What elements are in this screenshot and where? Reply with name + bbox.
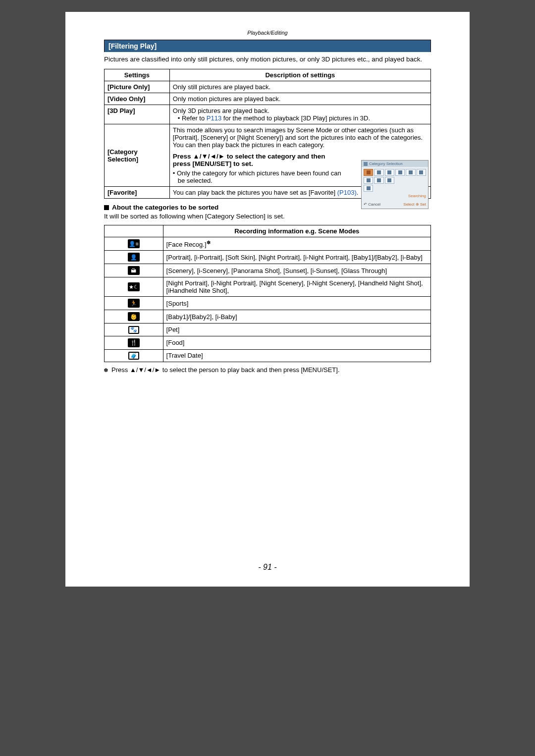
category-scenes: [Food] bbox=[163, 336, 430, 349]
instruction: Press ▲/▼/◄/► to select the category and… bbox=[173, 153, 341, 167]
th-icon bbox=[105, 225, 163, 237]
travel-icon: 🧳 bbox=[128, 352, 139, 360]
cancel-label: ↶ Cancel bbox=[364, 202, 380, 207]
text: Press bbox=[111, 366, 130, 374]
page-link[interactable]: (P103) bbox=[337, 189, 357, 196]
table-row: [Category Selection] This mode allows yo… bbox=[105, 124, 431, 187]
setting-desc: Only motion pictures are played back. bbox=[169, 93, 430, 105]
scenery-icon: 🏔 bbox=[128, 266, 140, 275]
category-scenes: [Face Recog.]✽ bbox=[163, 237, 430, 251]
setting-label: [Video Only] bbox=[105, 93, 170, 105]
text: . bbox=[357, 189, 359, 196]
category-scenes: [Baby1]/[Baby2], [i-Baby] bbox=[163, 310, 430, 324]
setting-label: [3D Play] bbox=[105, 105, 170, 124]
grid-cell bbox=[385, 169, 394, 176]
text: to select the person to play back and th… bbox=[160, 366, 339, 374]
category-scenes: [Night Portrait], [i-Night Portrait], [N… bbox=[163, 277, 430, 297]
table-row: 👤 [Portrait], [i-Portrait], [Soft Skin],… bbox=[105, 251, 431, 264]
table-row: 🐾 [Pet] bbox=[105, 324, 431, 336]
grid-cell bbox=[406, 169, 415, 176]
table-row: [Video Only] Only motion pictures are pl… bbox=[105, 93, 431, 105]
text: Press bbox=[173, 153, 193, 160]
category-scenes: [Travel Date] bbox=[163, 349, 430, 362]
text: This mode allows you to search images by… bbox=[173, 126, 428, 149]
text: for the method to playback [3D Play] pic… bbox=[221, 114, 370, 122]
category-selection-thumbnail: Category Selection bbox=[361, 160, 428, 209]
portrait-icon: 👤 bbox=[128, 253, 140, 262]
bullet-text: Only the category for which pictures hav… bbox=[173, 169, 341, 184]
th-settings: Settings bbox=[105, 69, 170, 81]
thumbnail-title: Category Selection bbox=[369, 162, 403, 166]
asterisk-icon: ✽ bbox=[104, 366, 108, 374]
category-scenes: [Pet] bbox=[163, 324, 430, 336]
grid-cell bbox=[374, 177, 383, 184]
settings-table: Settings Description of settings [Pictur… bbox=[104, 69, 431, 199]
table-row: 👤≡ [Face Recog.]✽ bbox=[105, 237, 431, 251]
grid-cell bbox=[364, 169, 373, 176]
setting-label: [Category Selection] bbox=[105, 124, 170, 187]
sports-icon: 🏃 bbox=[128, 299, 140, 308]
table-row: ★☾ [Night Portrait], [i-Night Portrait],… bbox=[105, 277, 431, 297]
searching-label: Searching bbox=[364, 193, 426, 199]
intro-text: Pictures are classified into only still … bbox=[104, 55, 431, 64]
table-row: 👶 [Baby1]/[Baby2], [i-Baby] bbox=[105, 310, 431, 324]
subsection-text: It will be sorted as following when [Cat… bbox=[104, 213, 431, 220]
setting-desc: Only 3D pictures are played back. Refer … bbox=[169, 105, 430, 124]
category-scenes: [Sports] bbox=[163, 297, 430, 310]
categories-table: Recording information e.g. Scene Modes 👤… bbox=[104, 225, 431, 362]
setting-label: [Picture Only] bbox=[105, 81, 170, 93]
baby-icon: 👶 bbox=[128, 312, 140, 321]
table-row: 🧳 [Travel Date] bbox=[105, 349, 431, 362]
footnote: ✽ Press ▲/▼/◄/► to select the person to … bbox=[104, 366, 431, 374]
table-row: 🍴 [Food] bbox=[105, 336, 431, 349]
table-row: 🏃 [Sports] bbox=[105, 297, 431, 310]
square-bullet-icon bbox=[104, 205, 109, 210]
setting-desc: This mode allows you to search images by… bbox=[169, 124, 430, 187]
category-scenes: [Scenery], [i-Scenery], [Panorama Shot],… bbox=[163, 264, 430, 277]
grid-cell bbox=[417, 169, 426, 176]
section-heading: [Filtering Play] bbox=[104, 40, 431, 52]
face-recog-icon: 👤≡ bbox=[128, 239, 140, 248]
night-icon: ★☾ bbox=[128, 282, 140, 291]
page-number: - 91 - bbox=[65, 563, 470, 572]
grid-cell bbox=[374, 169, 383, 176]
grid-cell bbox=[385, 177, 394, 184]
document-page: Playback/Editing [Filtering Play] Pictur… bbox=[65, 12, 470, 587]
text: You can play back the pictures you have … bbox=[173, 189, 337, 196]
grid-cell bbox=[364, 177, 373, 184]
grid-cell bbox=[395, 169, 405, 176]
text: About the categories to be sorted bbox=[112, 204, 218, 211]
arrow-icons: ▲/▼/◄/► bbox=[130, 366, 160, 374]
breadcrumb: Playback/Editing bbox=[104, 30, 431, 36]
th-description: Description of settings bbox=[169, 69, 430, 81]
table-row: [3D Play] Only 3D pictures are played ba… bbox=[105, 105, 431, 124]
text: Refer to bbox=[182, 114, 207, 122]
setting-desc: Only still pictures are played back. bbox=[169, 81, 430, 93]
arrow-icons: ▲/▼/◄/► bbox=[193, 153, 225, 160]
bullet-text: Refer to P113 for the method to playback… bbox=[173, 114, 370, 122]
folder-icon bbox=[364, 162, 368, 166]
setting-label: [Favorite] bbox=[105, 187, 170, 199]
select-set-label: Select ⊕ Set bbox=[403, 202, 426, 207]
text: Only 3D pictures are played back. bbox=[173, 107, 269, 114]
pet-icon: 🐾 bbox=[128, 326, 139, 334]
category-scenes: [Portrait], [i-Portrait], [Soft Skin], [… bbox=[163, 251, 430, 264]
food-icon: 🍴 bbox=[128, 338, 140, 347]
page-link[interactable]: P113 bbox=[207, 114, 221, 122]
th-recording-info: Recording information e.g. Scene Modes bbox=[163, 225, 430, 237]
table-row: 🏔 [Scenery], [i-Scenery], [Panorama Shot… bbox=[105, 264, 431, 277]
table-row: [Picture Only] Only still pictures are p… bbox=[105, 81, 431, 93]
grid-cell bbox=[364, 185, 373, 192]
